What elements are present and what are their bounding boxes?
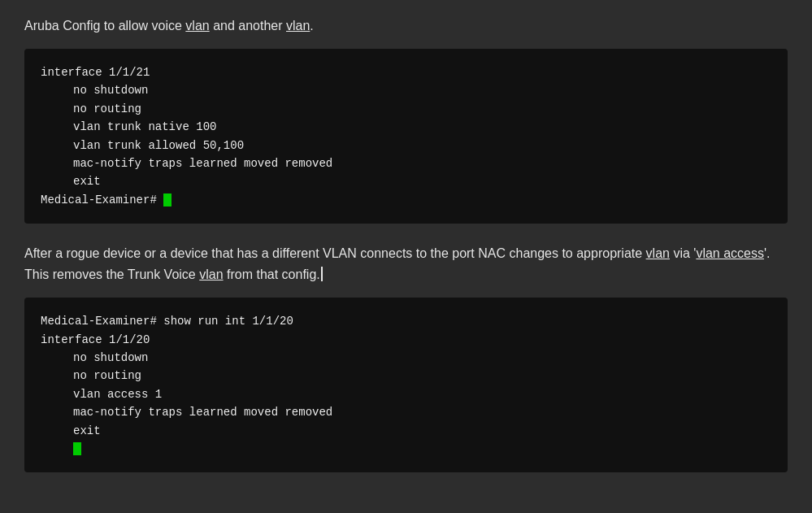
terminal-line-2: no shutdown: [41, 81, 771, 99]
terminal-cursor-2: [73, 442, 81, 455]
terminal-line-7: exit: [41, 172, 771, 190]
terminal2-line-3: no shutdown: [41, 349, 771, 367]
terminal-line-1: interface 1/1/21: [41, 63, 771, 81]
body-vlan-access-link[interactable]: vlan access: [696, 246, 764, 260]
terminal-block-2: Medical-Examiner# show run int 1/1/20 in…: [24, 298, 788, 472]
body-text-part1: After a rogue device or a device that ha…: [24, 246, 646, 260]
body-paragraph: After a rogue device or a device that ha…: [24, 243, 788, 285]
body-vlan-link2[interactable]: vlan: [199, 267, 223, 281]
terminal-line-3: no routing: [41, 100, 771, 118]
text-cursor: [321, 267, 323, 281]
terminal-cursor-1: [163, 193, 172, 207]
terminal2-line-1: Medical-Examiner# show run int 1/1/20: [41, 312, 771, 330]
terminal2-line-5: vlan access 1: [41, 385, 771, 403]
body-text-part4: from that config.: [224, 267, 320, 281]
content-area: Aruba Config to allow voice vlan and ano…: [24, 16, 788, 472]
terminal2-line-7: exit: [41, 422, 771, 440]
body-vlan-link[interactable]: vlan: [646, 246, 670, 260]
terminal2-line-2: interface 1/1/20: [41, 331, 771, 349]
terminal-line-4: vlan trunk native 100: [41, 118, 771, 136]
terminal-line-6: mac-notify traps learned moved removed: [41, 154, 771, 172]
intro-text-end: .: [310, 19, 313, 33]
terminal2-line-6: mac-notify traps learned moved removed: [41, 403, 771, 421]
intro-text-before: Aruba Config to allow voice: [24, 19, 185, 33]
terminal2-cursor-line: [41, 440, 771, 458]
terminal-prompt-1: Medical-Examiner#: [41, 191, 771, 209]
terminal-line-5: vlan trunk allowed 50,100: [41, 137, 771, 154]
terminal-block-1: interface 1/1/21 no shutdown no routing …: [24, 49, 788, 224]
intro-vlan2-link[interactable]: vlan: [286, 19, 310, 33]
intro-text-middle: and another: [210, 19, 286, 33]
body-text-part2: via ': [670, 246, 696, 260]
intro-vlan1-link[interactable]: vlan: [185, 19, 209, 33]
terminal2-line-4: no routing: [41, 367, 771, 385]
intro-paragraph: Aruba Config to allow voice vlan and ano…: [24, 16, 788, 36]
